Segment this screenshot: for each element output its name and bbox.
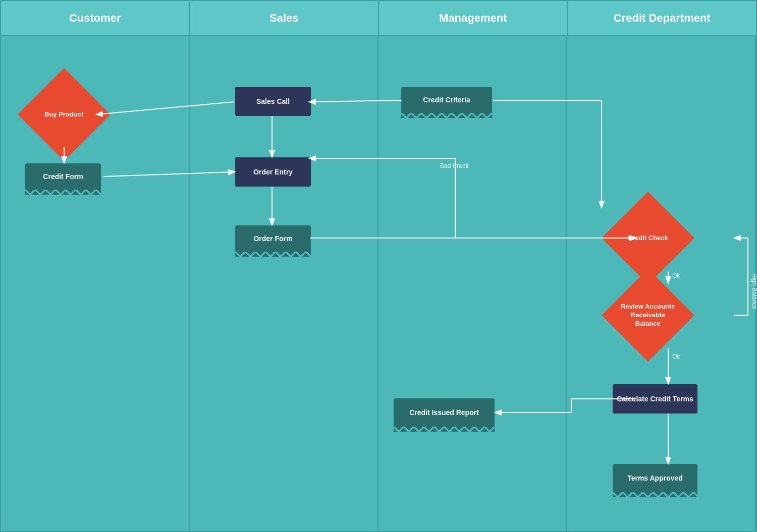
lane-customer: Buy Product Credit Form [1,36,190,531]
bad-credit-label: Bad Credit [440,162,469,169]
credit-check-label: Credit Check [620,234,676,243]
sales-call-label: Sales Call [256,97,290,105]
terms-approved-node: Terms Approved [613,464,697,492]
ok2-label: Ok [672,353,680,360]
sales-call-node: Sales Call [235,87,311,116]
buy-product-label: Buy Product [36,110,92,119]
credit-form-node: Credit Form [25,163,101,190]
order-entry-label: Order Entry [253,168,293,176]
order-form-label: Order Form [253,234,292,243]
order-form-node: Order Form [235,225,311,252]
header-row: Customer Sales Management Credit Departm… [1,1,756,36]
credit-criteria-node: Credit Criteria [401,87,492,113]
buy-product-node: Buy Product [18,68,111,161]
body-row: Buy Product Credit Form Sales Call Order… [1,36,756,531]
lane-sales: Sales Call Order Entry Order Form [190,36,379,531]
lane-header-management: Management [379,1,568,35]
calculate-credit-node: Calculate Credit Terms [613,384,697,413]
review-ar-node: Review Accounts Receivable Balance [602,269,694,362]
calculate-credit-label: Calculate Credit Terms [617,395,693,403]
diagram-container: Customer Sales Management Credit Departm… [0,0,757,532]
credit-criteria-label: Credit Criteria [423,96,470,104]
lane-credit-dept: Credit Check Review Accounts Receivable … [567,36,756,531]
credit-issued-report-label: Credit Issued Report [409,408,479,417]
credit-issued-report-node: Credit Issued Report [394,398,495,427]
lane-management: Credit Criteria Credit Issued Report [379,36,567,531]
lane-header-customer: Customer [1,1,190,35]
order-entry-node: Order Entry [235,157,311,187]
credit-form-label: Credit Form [43,172,83,181]
high-balance-label: High Balance [751,273,757,309]
lane-header-sales: Sales [190,1,380,35]
lane-header-credit: Credit Department [568,1,756,35]
ok1-label: Ok [672,272,680,279]
terms-approved-label: Terms Approved [627,474,683,482]
review-ar-label: Review Accounts Receivable Balance [620,303,676,328]
